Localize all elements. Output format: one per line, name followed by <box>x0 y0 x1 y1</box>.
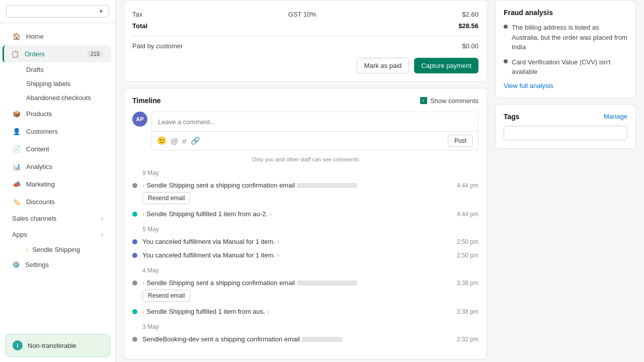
comment-input[interactable] <box>152 112 478 131</box>
sidebar-apps[interactable]: Apps › <box>4 227 111 242</box>
fraud-item-2-text: Card Verification Value (CVV) isn't avai… <box>512 57 627 77</box>
timeline-time: 2:50 pm <box>457 238 478 245</box>
comment-area: AP 🙂 @ # 🔗 Post <box>132 112 478 156</box>
expand-arrow-icon[interactable]: › <box>270 211 272 217</box>
redacted-bar <box>297 281 357 286</box>
timeline-content: › Sendle Shipping sent a shipping confir… <box>142 279 478 302</box>
dropdown-arrow-icon: ▼ <box>99 9 104 14</box>
total-amount: $28.56 <box>458 22 478 30</box>
sidebar-item-content[interactable]: 📄 Content <box>4 140 111 157</box>
resend-email-button-2[interactable]: Resend email <box>142 290 190 302</box>
main-content: Tax GST 10% $2.60 Total $28.56 Paid by c… <box>116 0 644 362</box>
store-dropdown-button[interactable]: ▼ <box>6 5 109 18</box>
timeline-item: › Sendle Shipping sent a shipping confir… <box>132 182 478 204</box>
hashtag-icon[interactable]: # <box>182 137 186 145</box>
timeline-event: SendleBooking-dev sent a shipping confir… <box>142 335 342 343</box>
discounts-icon: 🏷️ <box>12 197 21 206</box>
timeline-event-row: › Sendle Shipping fulfilled 1 item from … <box>142 210 478 218</box>
sidebar-item-orders[interactable]: 📋 Orders 215 <box>3 45 111 62</box>
timeline-date-group-4may: 4 May › Sendle Shipping sent a shipping … <box>132 267 478 315</box>
sidebar-item-abandoned-checkouts[interactable]: Abandoned checkouts <box>4 91 111 105</box>
sidebar-item-customers[interactable]: 👤 Customers <box>4 123 111 140</box>
paid-by-label: Paid by customer <box>132 42 183 50</box>
sendle-icon: › <box>142 308 144 315</box>
sidebar-item-discounts[interactable]: 🏷️ Discounts <box>4 193 111 210</box>
paid-by-row: Paid by customer $0.00 <box>132 40 478 52</box>
sidebar-item-products-label: Products <box>26 110 52 118</box>
timeline-date-group-3may: 3 May SendleBooking-dev sent a shipping … <box>132 323 478 343</box>
tags-title: Tags <box>504 113 520 121</box>
timeline-event-row: › Sendle Shipping sent a shipping confir… <box>142 279 478 287</box>
expand-arrow-icon[interactable]: › <box>277 239 279 245</box>
timeline-event: › Sendle Shipping fulfilled 1 item from … <box>142 308 269 315</box>
timeline-event-row: SendleBooking-dev sent a shipping confir… <box>142 335 478 343</box>
timeline-content: SendleBooking-dev sent a shipping confir… <box>142 335 478 343</box>
tags-input[interactable] <box>504 126 627 140</box>
sendle-icon: › <box>142 279 144 287</box>
timeline-dot-teal <box>132 212 137 217</box>
fraud-dot <box>504 25 508 29</box>
timeline-dot-blue <box>132 253 137 258</box>
timeline-title: Timeline <box>132 97 161 105</box>
only-staff-note: Only you and other staff can see comment… <box>132 156 478 162</box>
expand-arrow-icon[interactable]: › <box>277 252 279 258</box>
timeline-dot <box>132 337 137 342</box>
sidebar-item-drafts[interactable]: Drafts <box>4 63 111 76</box>
tags-manage-link[interactable]: Manage <box>604 113 627 120</box>
store-selector[interactable]: ▼ <box>0 0 115 23</box>
sidebar-item-marketing[interactable]: 📣 Marketing <box>4 175 111 193</box>
analytics-icon: 📊 <box>12 162 21 171</box>
apps-label: Apps <box>12 231 27 238</box>
post-button[interactable]: Post <box>448 135 473 147</box>
sidebar-sales-channels[interactable]: Sales channels › <box>4 211 111 226</box>
sidebar-item-home[interactable]: 🏠 Home <box>4 28 111 45</box>
settings-icon: ⚙️ <box>12 261 20 268</box>
emoji-icon[interactable]: 🙂 <box>157 136 167 145</box>
sidebar-item-products[interactable]: 📦 Products <box>4 105 111 122</box>
right-panel: Fraud analysis The billing address is li… <box>495 0 636 354</box>
show-comments-checkbox[interactable] <box>420 97 427 104</box>
sidebar-item-shipping-labels[interactable]: Shipping labels <box>4 77 111 90</box>
timeline-event: You canceled fulfillment via Manual for … <box>142 251 279 259</box>
redacted-bar <box>302 337 342 342</box>
expand-arrow-icon[interactable]: › <box>267 309 269 315</box>
orders-badge: 215 <box>87 50 103 57</box>
show-comments-toggle[interactable]: Show comments <box>420 97 478 105</box>
total-label: Total <box>132 22 147 30</box>
non-transferable-text: Non-transferable <box>28 342 76 349</box>
timeline-content: › Sendle Shipping sent a shipping confir… <box>142 182 478 204</box>
timeline-content: › Sendle Shipping fulfilled 1 item from … <box>142 308 478 315</box>
timeline-content: › Sendle Shipping fulfilled 1 item from … <box>142 210 478 218</box>
resend-email-button[interactable]: Resend email <box>142 192 190 204</box>
tax-amount: $2.60 <box>462 11 478 18</box>
sidebar-item-analytics[interactable]: 📊 Analytics <box>4 158 111 175</box>
orders-icon: 📋 <box>11 49 20 58</box>
timeline-event: You canceled fulfillment via Manual for … <box>142 238 279 245</box>
mention-icon[interactable]: @ <box>171 137 178 145</box>
fraud-item-1-text: The billing address is listed as Austral… <box>512 23 627 52</box>
timeline-time: 3:38 pm <box>457 280 478 287</box>
capture-payment-button[interactable]: Capture payment <box>414 58 478 73</box>
sidebar-item-orders-label: Orders <box>25 50 45 58</box>
mark-as-paid-button[interactable]: Mark as paid <box>357 58 409 73</box>
view-full-analysis-link[interactable]: View full analysis <box>504 82 627 89</box>
timeline-event: › Sendle Shipping sent a shipping confir… <box>142 182 357 189</box>
sendle-icon: › <box>142 182 144 189</box>
sidebar-item-discounts-label: Discounts <box>26 198 55 206</box>
tags-card: Tags Manage <box>495 104 636 149</box>
marketing-icon: 📣 <box>12 179 21 189</box>
sidebar-item-content-label: Content <box>26 145 49 153</box>
sendle-icon: › <box>142 210 144 218</box>
timeline-event: › Sendle Shipping sent a shipping confir… <box>142 279 357 287</box>
sidebar-item-settings[interactable]: ⚙️ Settings <box>4 257 111 273</box>
timeline-date-4may: 4 May <box>132 267 478 274</box>
tax-type: GST 10% <box>288 11 316 18</box>
timeline-card: Timeline Show comments AP 🙂 <box>124 88 487 359</box>
link-icon[interactable]: 🔗 <box>191 136 200 145</box>
total-row: Total $28.56 <box>132 20 478 32</box>
timeline-time: 3:38 pm <box>457 308 478 315</box>
sidebar-item-sendle-shipping[interactable]: › Sendle Shipping <box>4 243 111 256</box>
timeline-date-group-5may: 5 May You canceled fulfillment via Manua… <box>132 226 478 259</box>
fraud-card: Fraud analysis The billing address is li… <box>495 0 636 98</box>
timeline-header: Timeline Show comments <box>132 97 478 105</box>
